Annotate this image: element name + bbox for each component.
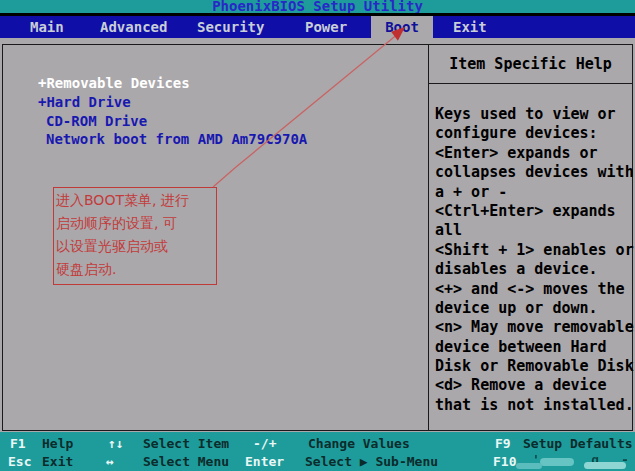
tab-power[interactable]: Power	[305, 16, 347, 38]
help-line: Disk or Removable Disk	[435, 357, 631, 376]
help-line: <+> and <-> moves the	[435, 280, 631, 299]
smudge-blob	[540, 458, 574, 466]
app-title: PhoenixBIOS Setup Utility	[0, 0, 635, 13]
select-submenu-label: Select ▶ Sub-Menu	[305, 455, 438, 469]
boot-item-removable-devices[interactable]: +Removable Devices	[38, 76, 190, 91]
help-line: configure devices:	[435, 124, 631, 143]
key-f10: F10	[493, 455, 516, 469]
help-line: <Shift + 1> enables or	[435, 241, 631, 260]
help-line: <Enter> expands or	[435, 144, 631, 163]
help-line: device up or down.	[435, 299, 631, 318]
help-line: all	[435, 221, 631, 240]
tab-advanced[interactable]: Advanced	[100, 16, 167, 38]
boot-item-cdrom-drive[interactable]: CD-ROM Drive	[46, 114, 147, 129]
select-item-label: Select Item	[143, 437, 229, 451]
help-line: device between Hard	[435, 338, 631, 357]
setup-defaults-label: Setup Defaults	[523, 437, 633, 451]
change-values-label: Change Values	[308, 437, 410, 451]
annotation-line: 启动顺序的设置, 可	[56, 212, 214, 235]
updown-arrows-icon: ↑↓	[108, 437, 124, 451]
status-bar: F1 Help ↑↓ Select Item -/+ Change Values…	[0, 432, 635, 471]
smudge-blob	[516, 463, 542, 469]
key-minus-plus: -/+	[253, 437, 276, 451]
key-f9: F9	[495, 437, 511, 451]
help-line: a + or -	[435, 183, 631, 202]
smudge-blob	[584, 462, 626, 469]
help-line: <n> May move removable	[435, 318, 631, 337]
key-f1: F1	[10, 437, 26, 451]
help-line: collapses devices with	[435, 163, 631, 182]
help-panel-title: Item Specific Help	[429, 45, 632, 83]
leftright-arrows-icon: ↔	[106, 455, 114, 469]
titlebar: PhoenixBIOS Setup Utility	[0, 0, 635, 13]
annotation-line: 以设置光驱启动或	[56, 235, 214, 258]
panel-divider	[428, 45, 429, 430]
key-f1-label: Help	[42, 437, 73, 451]
menu-bar: Main Advanced Security Power Boot Exit	[0, 16, 635, 38]
tab-security[interactable]: Security	[197, 16, 264, 38]
exit-label: Exit	[42, 455, 73, 469]
select-menu-label: Select Menu	[143, 455, 229, 469]
help-text: Keys used to view or configure devices: …	[435, 105, 631, 415]
help-line: <d> Remove a device	[435, 376, 631, 395]
boot-item-network-boot[interactable]: Network boot from AMD Am79C970A	[46, 132, 307, 147]
annotation-line: 硬盘启动.	[56, 258, 214, 281]
help-line: <Ctrl+Enter> expands	[435, 202, 631, 221]
help-panel-header: Item Specific Help	[429, 45, 632, 84]
help-line: that is not installed.	[435, 396, 631, 415]
tab-main[interactable]: Main	[30, 16, 64, 38]
help-line: Keys used to view or	[435, 105, 631, 124]
annotation-line: 进入BOOT菜单, 进行	[56, 189, 214, 212]
tab-exit[interactable]: Exit	[453, 16, 487, 38]
key-enter: Enter	[245, 455, 284, 469]
annotation-note: 进入BOOT菜单, 进行 启动顺序的设置, 可 以设置光驱启动或 硬盘启动.	[53, 187, 217, 285]
tab-boot[interactable]: Boot	[371, 16, 433, 38]
key-esc: Esc	[8, 455, 31, 469]
help-line: disables a device.	[435, 260, 631, 279]
boot-item-hard-drive[interactable]: +Hard Drive	[38, 95, 131, 110]
